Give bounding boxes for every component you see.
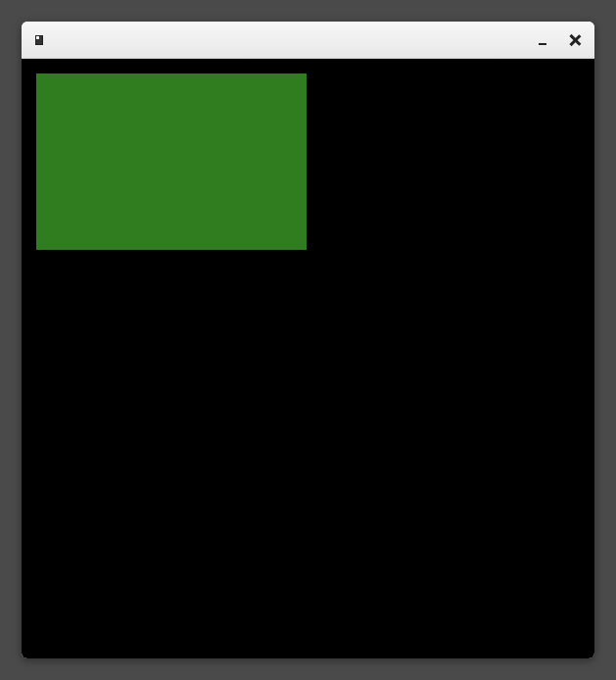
titlebar-left — [35, 35, 51, 45]
minimize-button[interactable] — [538, 35, 547, 45]
app-icon — [35, 35, 43, 45]
titlebar[interactable] — [22, 22, 594, 59]
application-window — [22, 22, 594, 658]
titlebar-controls — [538, 34, 581, 46]
close-button[interactable] — [569, 34, 581, 46]
canvas-area — [22, 59, 594, 658]
green-rectangle — [36, 73, 307, 250]
